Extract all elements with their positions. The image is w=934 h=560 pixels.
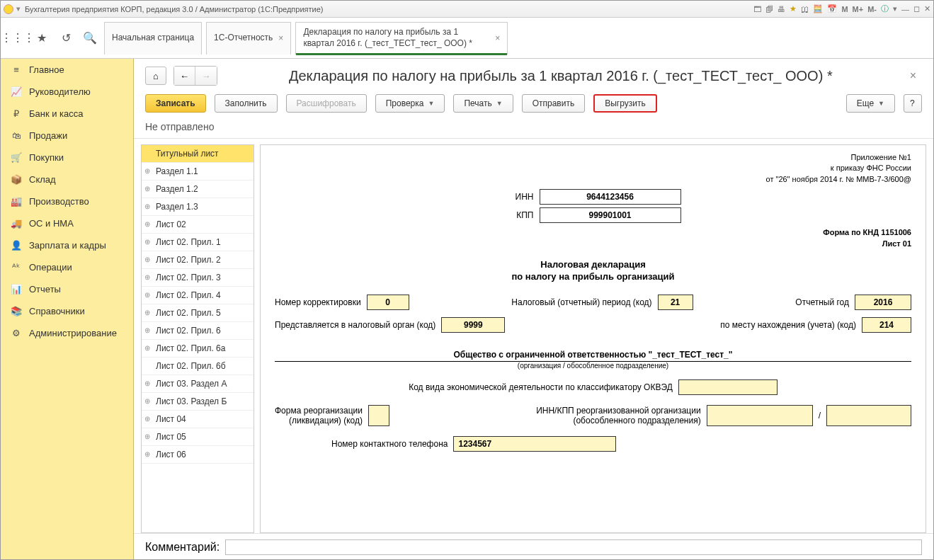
form-content: Приложение №1 к приказу ФНС России от "2… [260,144,926,533]
tab-declaration[interactable]: Декларация по налогу на прибыль за 1 ква… [295,22,508,55]
check-button[interactable]: Проверка▼ [375,94,445,113]
reorg-kpp-field[interactable] [826,405,911,426]
reorg-inn-label2: (обособленного подразделения) [536,416,701,425]
decipher-button[interactable]: Расшифровать [286,94,367,113]
dropdown-icon[interactable]: ▾ [16,4,21,13]
sidebar-item-assets[interactable]: 🚚ОС и НМА [1,212,133,234]
fill-button[interactable]: Заполнить [215,94,278,113]
authority-field[interactable]: 9999 [441,317,505,333]
tab-close-icon[interactable]: × [495,33,500,43]
toolbar-icon[interactable]: 🕮 [801,5,809,13]
dropdown-icon[interactable]: ▾ [893,4,897,13]
sidebar-item-catalogs[interactable]: 📚Справочники [1,300,133,322]
m-minus-button[interactable]: M- [867,5,877,13]
sidebar-item-purchases[interactable]: 🛒Покупки [1,147,133,168]
tree-item[interactable]: Лист 03. Раздел А [142,375,254,393]
tree-item[interactable]: Лист 02. Прил. 6 [142,322,254,340]
tree-item[interactable]: Раздел 1.1 [142,163,254,181]
tree-item[interactable]: Титульный лист [142,145,254,163]
help-button[interactable]: ? [904,94,922,113]
toolbar-icon[interactable]: 🗐 [765,5,773,13]
period-field[interactable]: 21 [658,295,693,310]
close-button[interactable]: ✕ [924,4,930,13]
section-tree[interactable]: Титульный лист Раздел 1.1 Раздел 1.2 Раз… [141,144,254,533]
year-field[interactable]: 2016 [855,295,911,310]
write-button[interactable]: Записать [145,94,206,113]
tab-close-icon[interactable]: × [278,33,283,43]
tree-item[interactable]: Лист 02. Прил. 5 [142,304,254,322]
home-button[interactable]: ⌂ [145,67,166,85]
tree-item[interactable]: Лист 03. Раздел Б [142,393,254,411]
m-plus-button[interactable]: M+ [853,5,864,13]
bars-icon: 📊 [11,284,22,295]
document-toolbar: Записать Заполнить Расшифровать Проверка… [134,90,933,120]
tab-home[interactable]: Начальная страница [104,22,202,55]
forward-button[interactable]: → [195,67,217,85]
tree-item[interactable]: Лист 02. Прил. 6б [142,358,254,375]
org-caption: (организация / обособленное подразделени… [275,362,911,370]
sidebar-item-reports[interactable]: 📊Отчеты [1,278,133,300]
reorg-code-field[interactable] [368,405,389,426]
sidebar-item-bank[interactable]: ₽Банк и касса [1,103,133,125]
apps-icon[interactable]: ⋮⋮⋮ [8,28,28,48]
tab-reporting[interactable]: 1С-Отчетность× [206,22,291,55]
reorg-inn-field[interactable] [707,405,813,426]
comment-input[interactable] [225,539,922,555]
tree-item[interactable]: Лист 02. Прил. 2 [142,251,254,269]
minimize-button[interactable]: — [901,5,909,13]
tree-item[interactable]: Лист 02. Прил. 6а [142,340,254,358]
tree-item[interactable]: Лист 02 [142,216,254,234]
tree-item[interactable]: Раздел 1.3 [142,198,254,216]
reorg-inn-label1: ИНН/КПП реорганизованной организации [536,406,701,416]
send-button[interactable]: Отправить [522,94,586,113]
kpp-field[interactable]: 999901001 [540,207,681,223]
phone-field[interactable]: 1234567 [453,436,616,452]
tree-item[interactable]: Лист 06 [142,446,254,464]
inn-field[interactable]: 9644123456 [540,189,681,205]
print-button[interactable]: Печать▼ [453,94,513,113]
chart-icon: 📈 [11,86,22,97]
toolbar-icon[interactable]: 🖶 [778,5,785,13]
truck-icon: 🚚 [11,218,22,229]
maximize-button[interactable]: ◻ [913,4,920,13]
okved-field[interactable] [678,379,778,395]
export-button[interactable]: Выгрузить [593,94,657,113]
calc-icon[interactable]: 🧮 [813,4,823,13]
search-icon[interactable]: 🔍 [80,28,100,48]
favorites-icon[interactable]: ★ [32,28,52,48]
reorg-label2: (ликвидация) (код) [275,416,363,425]
tree-item[interactable]: Лист 02. Прил. 4 [142,287,254,304]
org-name: Общество с ограниченной ответственностью… [275,350,911,362]
more-button[interactable]: Еще▼ [846,94,895,113]
sidebar-item-main[interactable]: ≡Главное [1,59,133,81]
sidebar-item-admin[interactable]: ⚙Администрирование [1,322,133,344]
sidebar-item-manager[interactable]: 📈Руководителю [1,81,133,103]
chevron-down-icon: ▼ [428,100,434,107]
tree-item[interactable]: Лист 02. Прил. 1 [142,234,254,251]
box-icon: 📦 [11,174,22,185]
history-icon[interactable]: ↺ [56,28,76,48]
tree-item[interactable]: Лист 04 [142,411,254,428]
factory-icon: 🏭 [11,196,22,207]
gear-icon: ⚙ [11,328,22,338]
tree-item[interactable]: Лист 02. Прил. 3 [142,269,254,287]
window-titlebar: ▾ Бухгалтерия предприятия КОРП, редакция… [1,1,933,18]
sidebar-item-warehouse[interactable]: 📦Склад [1,168,133,190]
sidebar-item-sales[interactable]: 🛍Продажи [1,125,133,147]
m-button[interactable]: M [841,5,848,13]
back-button[interactable]: ← [174,67,195,85]
sidebar-item-production[interactable]: 🏭Производство [1,190,133,212]
status-text: Не отправлено [134,120,933,139]
star-icon[interactable]: ★ [790,4,797,13]
ops-icon: ᴬᵏ [11,262,22,273]
tree-item[interactable]: Лист 05 [142,428,254,446]
tree-item[interactable]: Раздел 1.2 [142,181,254,198]
info-icon[interactable]: ⓘ [881,4,889,14]
corr-field[interactable]: 0 [367,295,409,310]
calendar-icon[interactable]: 📅 [827,4,837,13]
sidebar-item-operations[interactable]: ᴬᵏОперации [1,256,133,278]
sidebar-item-hr[interactable]: 👤Зарплата и кадры [1,234,133,256]
toolbar-icon[interactable]: 🗔 [753,5,761,13]
close-document-button[interactable]: × [904,69,922,82]
place-field[interactable]: 214 [862,317,911,333]
